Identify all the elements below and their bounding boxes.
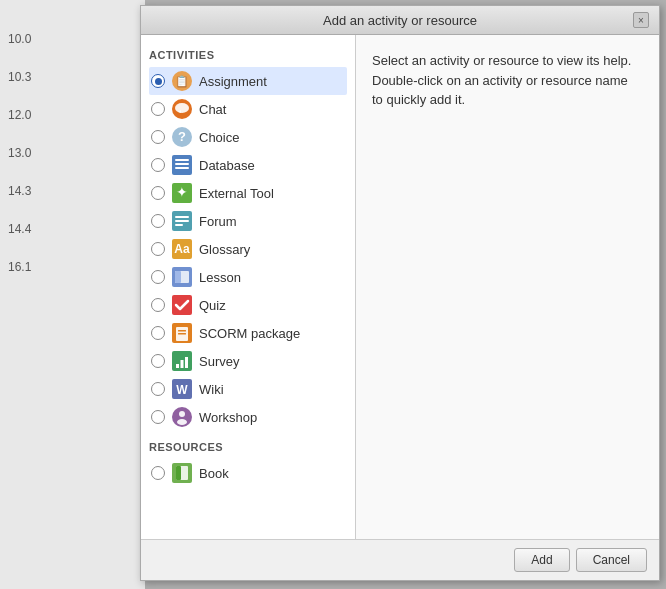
sidebar-num-2: 10.3: [0, 58, 50, 96]
radio-scorm[interactable]: [151, 326, 165, 340]
label-glossary: Glossary: [199, 242, 250, 257]
label-lesson: Lesson: [199, 270, 241, 285]
sidebar-num-3: 12.0: [0, 96, 50, 134]
label-book: Book: [199, 466, 229, 481]
icon-quiz: [171, 294, 193, 316]
activity-item-forum[interactable]: Forum: [149, 207, 347, 235]
icon-wiki: W: [171, 378, 193, 400]
dialog-title: Add an activity or resource: [167, 13, 633, 28]
sidebar-numbers: 10.0 10.3 12.0 13.0 14.3 14.4 16.1: [0, 20, 50, 286]
activities-list: 📋AssignmentChat?ChoiceDatabase✦External …: [149, 67, 347, 431]
sidebar-num-5: 14.3: [0, 172, 50, 210]
label-assignment: Assignment: [199, 74, 267, 89]
svg-rect-25: [178, 330, 186, 332]
activity-item-database[interactable]: Database: [149, 151, 347, 179]
activity-item-external-tool[interactable]: ✦External Tool: [149, 179, 347, 207]
svg-rect-9: [175, 163, 189, 165]
radio-workshop[interactable]: [151, 410, 165, 424]
icon-scorm: [171, 322, 193, 344]
label-workshop: Workshop: [199, 410, 257, 425]
radio-chat[interactable]: [151, 102, 165, 116]
activity-item-wiki[interactable]: WWiki: [149, 375, 347, 403]
label-quiz: Quiz: [199, 298, 226, 313]
activity-item-choice[interactable]: ?Choice: [149, 123, 347, 151]
radio-lesson[interactable]: [151, 270, 165, 284]
radio-book[interactable]: [151, 466, 165, 480]
svg-text:?: ?: [178, 129, 186, 144]
activity-item-quiz[interactable]: Quiz: [149, 291, 347, 319]
activity-item-glossary[interactable]: AaGlossary: [149, 235, 347, 263]
radio-forum[interactable]: [151, 214, 165, 228]
right-panel: Select an activity or resource to view i…: [356, 35, 659, 539]
icon-lesson: [171, 266, 193, 288]
svg-rect-28: [176, 364, 179, 368]
help-text: Select an activity or resource to view i…: [372, 51, 643, 110]
activity-item-assignment[interactable]: 📋Assignment: [149, 67, 347, 95]
label-database: Database: [199, 158, 255, 173]
sidebar-num-6: 14.4: [0, 210, 50, 248]
svg-rect-16: [175, 224, 183, 226]
help-line-3: to quickly add it.: [372, 92, 465, 107]
sidebar-num-4: 13.0: [0, 134, 50, 172]
dialog-body: ACTIVITIES 📋AssignmentChat?ChoiceDatabas…: [141, 35, 659, 539]
icon-database: [171, 154, 193, 176]
label-choice: Choice: [199, 130, 239, 145]
close-button[interactable]: ×: [633, 12, 649, 28]
svg-text:W: W: [176, 383, 188, 397]
label-chat: Chat: [199, 102, 226, 117]
radio-choice[interactable]: [151, 130, 165, 144]
sidebar-num-1: 10.0: [0, 20, 50, 58]
icon-choice: ?: [171, 126, 193, 148]
svg-point-34: [179, 411, 185, 417]
radio-quiz[interactable]: [151, 298, 165, 312]
radio-wiki[interactable]: [151, 382, 165, 396]
radio-database[interactable]: [151, 158, 165, 172]
icon-glossary: Aa: [171, 238, 193, 260]
activity-item-workshop[interactable]: Workshop: [149, 403, 347, 431]
dialog-footer: Add Cancel: [141, 539, 659, 580]
icon-book: [171, 462, 193, 484]
label-scorm: SCORM package: [199, 326, 300, 341]
svg-point-3: [175, 103, 189, 113]
activity-item-lesson[interactable]: Lesson: [149, 263, 347, 291]
icon-external-tool: ✦: [171, 182, 193, 204]
svg-rect-21: [175, 271, 181, 283]
svg-rect-38: [176, 466, 181, 480]
icon-chat: [171, 98, 193, 120]
svg-rect-26: [178, 333, 186, 335]
svg-rect-8: [175, 159, 189, 161]
icon-workshop: [171, 406, 193, 428]
svg-point-35: [177, 419, 187, 425]
help-line-2: Double-click on an activity or resource …: [372, 73, 628, 88]
cancel-button[interactable]: Cancel: [576, 548, 647, 572]
svg-rect-14: [175, 216, 189, 218]
radio-glossary[interactable]: [151, 242, 165, 256]
resources-list: Book: [149, 459, 347, 487]
svg-text:✦: ✦: [176, 184, 188, 200]
icon-assignment: 📋: [171, 70, 193, 92]
svg-rect-30: [185, 357, 188, 368]
help-line-1: Select an activity or resource to view i…: [372, 53, 631, 68]
radio-external-tool[interactable]: [151, 186, 165, 200]
activities-section-header: ACTIVITIES: [149, 49, 347, 61]
activity-item-chat[interactable]: Chat: [149, 95, 347, 123]
svg-text:Aa: Aa: [174, 242, 190, 256]
label-survey: Survey: [199, 354, 239, 369]
label-wiki: Wiki: [199, 382, 224, 397]
activity-item-scorm[interactable]: SCORM package: [149, 319, 347, 347]
svg-text:📋: 📋: [175, 74, 189, 88]
radio-survey[interactable]: [151, 354, 165, 368]
svg-rect-29: [181, 360, 184, 368]
label-external-tool: External Tool: [199, 186, 274, 201]
activity-item-survey[interactable]: Survey: [149, 347, 347, 375]
sidebar: 10.0 10.3 12.0 13.0 14.3 14.4 16.1: [0, 0, 145, 589]
icon-survey: [171, 350, 193, 372]
resources-section-header: RESOURCES: [149, 441, 347, 453]
svg-rect-15: [175, 220, 189, 222]
resource-item-book[interactable]: Book: [149, 459, 347, 487]
add-button[interactable]: Add: [514, 548, 569, 572]
label-forum: Forum: [199, 214, 237, 229]
icon-forum: [171, 210, 193, 232]
add-activity-dialog: Add an activity or resource × ACTIVITIES…: [140, 5, 660, 581]
radio-assignment[interactable]: [151, 74, 165, 88]
